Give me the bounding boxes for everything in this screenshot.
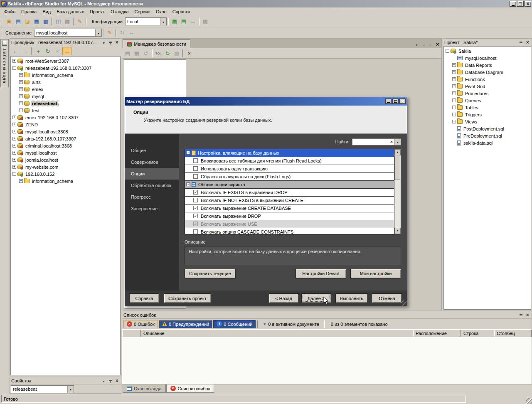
maximize-button[interactable] bbox=[517, 1, 524, 7]
menu-item[interactable]: Окно bbox=[153, 8, 170, 15]
tree-item[interactable]: + test bbox=[11, 107, 120, 114]
menu-item[interactable]: Файл bbox=[1, 8, 18, 15]
devart-settings-button[interactable]: Настройки Devart bbox=[296, 269, 346, 278]
toolbar-separator[interactable] bbox=[199, 18, 200, 25]
toolbar-separator[interactable] bbox=[86, 18, 86, 25]
new-connection-icon[interactable]: + bbox=[34, 47, 43, 55]
menu-item[interactable]: Вид bbox=[39, 8, 54, 15]
tree-item[interactable]: + my-website.com bbox=[11, 163, 120, 170]
chevron-down-icon[interactable] bbox=[67, 386, 74, 393]
expander-icon[interactable]: + bbox=[12, 165, 16, 169]
edit-icon[interactable]: ✎ bbox=[75, 17, 84, 26]
option-row[interactable]: Включать IF NOT EXISTS в выражении CREAT… bbox=[185, 197, 394, 204]
column-header[interactable]: Расположение bbox=[413, 330, 461, 337]
close-button[interactable] bbox=[399, 99, 406, 104]
tree-item[interactable]: + Functions bbox=[444, 76, 531, 83]
tree-item[interactable]: + ZEND bbox=[11, 121, 120, 128]
schedule-icon[interactable]: ▦ bbox=[170, 17, 179, 26]
filter-separator[interactable] bbox=[324, 320, 325, 328]
tree-item[interactable]: sakila-data.sql bbox=[444, 139, 531, 146]
expander-icon[interactable]: + bbox=[452, 91, 456, 95]
tree-item[interactable]: + emex bbox=[11, 86, 120, 93]
scrollbar[interactable]: ▲ ▼ bbox=[394, 149, 401, 234]
expander-icon[interactable]: + bbox=[19, 179, 23, 183]
toolbar-separator[interactable] bbox=[52, 18, 52, 25]
data-transfer-icon[interactable]: ↔ bbox=[188, 17, 197, 26]
expander-icon[interactable]: + bbox=[12, 123, 16, 126]
expander-icon[interactable]: + bbox=[452, 63, 456, 67]
tree-item[interactable]: + Procedures bbox=[444, 90, 531, 97]
new-database-object-icon[interactable]: ▣ bbox=[5, 17, 14, 26]
toolbar-separator[interactable] bbox=[152, 49, 153, 57]
expander-icon[interactable]: + bbox=[12, 151, 16, 155]
resize-grip[interactable] bbox=[401, 301, 406, 305]
connection-select[interactable]: mysql.localhost bbox=[34, 29, 102, 37]
column-header[interactable]: Столбец bbox=[494, 330, 532, 337]
active-document-filter[interactable]: 0 в активном документе bbox=[260, 320, 322, 328]
scrollbar-thumb[interactable] bbox=[394, 156, 400, 180]
tree-item[interactable]: PreDeployment.sql bbox=[444, 132, 531, 139]
options-icon[interactable]: ▧ bbox=[201, 17, 210, 26]
wizard-nav-item[interactable]: Обработка ошибок bbox=[125, 180, 179, 191]
scroll-down-icon[interactable]: ▼ bbox=[394, 228, 401, 234]
items-shown-label[interactable]: 0 из 0 элементов показано bbox=[326, 320, 391, 328]
resize-grip[interactable] bbox=[526, 398, 532, 404]
tree-item[interactable]: - releasebeat-192.168.0.107:3307 bbox=[11, 64, 120, 71]
expander-icon[interactable]: + bbox=[452, 106, 456, 109]
new-sql-icon[interactable]: ▤ bbox=[14, 17, 23, 26]
stop-icon[interactable]: × bbox=[185, 49, 194, 57]
expander-icon[interactable]: + bbox=[19, 80, 23, 84]
toolbar-separator[interactable] bbox=[73, 18, 74, 25]
expander-icon[interactable]: + bbox=[19, 108, 23, 112]
tree-item[interactable]: + Pivot Grid bbox=[444, 83, 531, 90]
option-row[interactable]: - Настройки, влияющие на базу данных bbox=[185, 149, 394, 157]
close-button[interactable] bbox=[525, 1, 531, 7]
refresh-icon[interactable]: ↻ bbox=[43, 47, 52, 55]
back-icon[interactable]: ← bbox=[11, 47, 20, 55]
clear-icon[interactable]: × bbox=[389, 139, 394, 144]
tree-item[interactable]: + information_schema bbox=[11, 177, 120, 185]
tree-item[interactable]: + mysql.localhost bbox=[11, 149, 120, 156]
execute-button[interactable]: Выполнить bbox=[335, 293, 368, 303]
back-button[interactable]: < Назад bbox=[269, 293, 299, 303]
tab-list-icon[interactable] bbox=[413, 41, 419, 47]
tree-item[interactable]: + root-WebServer:3307 bbox=[11, 57, 120, 64]
option-row[interactable]: Включать выражение DROP bbox=[185, 212, 394, 220]
wizard-nav-item[interactable]: Содержимое bbox=[125, 156, 179, 168]
checkbox[interactable] bbox=[193, 229, 198, 234]
tree-item[interactable]: + Database Diagram bbox=[444, 69, 531, 76]
toolbar-separator[interactable] bbox=[31, 47, 32, 55]
toolbar-separator[interactable] bbox=[116, 29, 116, 37]
chevron-down-icon[interactable] bbox=[160, 18, 166, 25]
toolbar-grip[interactable] bbox=[1, 18, 3, 25]
toolbar-separator[interactable] bbox=[103, 29, 104, 37]
sql-icon[interactable]: SQL bbox=[154, 49, 163, 57]
checkbox[interactable] bbox=[193, 222, 198, 226]
close-document-icon[interactable] bbox=[434, 41, 441, 47]
collapse-icon[interactable]: - bbox=[186, 151, 190, 155]
scroll-up-icon[interactable]: ▲ bbox=[394, 149, 401, 155]
expander-icon[interactable]: + bbox=[452, 84, 456, 88]
scroll-left-icon[interactable] bbox=[420, 41, 426, 47]
expander-icon[interactable]: + bbox=[19, 73, 23, 77]
column-header[interactable]: Строка bbox=[461, 330, 494, 337]
edit-connection-icon[interactable]: ✎ bbox=[105, 29, 114, 37]
option-row[interactable]: Сбрасывать журналы на диск (Flush Logs) bbox=[185, 173, 394, 180]
minimize-button[interactable] bbox=[385, 99, 392, 104]
expander-icon[interactable]: + bbox=[452, 70, 456, 74]
expander-icon[interactable]: - bbox=[446, 49, 449, 53]
tree-item[interactable]: + mysql bbox=[11, 93, 120, 100]
tab-security-manager[interactable]: Менеджер безопасности bbox=[123, 39, 190, 48]
paste-icon[interactable]: ▧ bbox=[63, 17, 72, 26]
tree-item[interactable]: + airts-192.168.0.107:3307 bbox=[11, 135, 120, 142]
checkbox[interactable] bbox=[193, 206, 198, 210]
close-icon[interactable] bbox=[114, 39, 120, 45]
expander-icon[interactable]: + bbox=[12, 144, 16, 148]
expander-icon[interactable]: - bbox=[12, 66, 16, 70]
checkbox[interactable] bbox=[193, 190, 198, 195]
scrollbar-track[interactable] bbox=[394, 155, 401, 228]
expander-icon[interactable]: - bbox=[12, 172, 16, 176]
option-row[interactable]: Включать выражение USE bbox=[185, 220, 394, 228]
expander-icon[interactable]: + bbox=[452, 99, 456, 102]
checkbox[interactable] bbox=[193, 166, 198, 171]
